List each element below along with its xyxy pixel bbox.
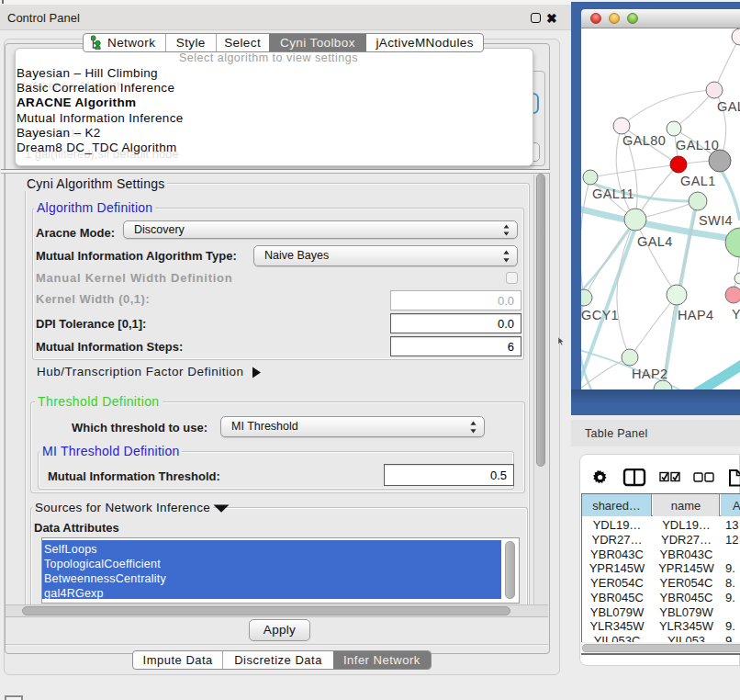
svg-text:GAL80: GAL80 bbox=[622, 133, 666, 148]
svg-text:Y: Y bbox=[732, 307, 740, 322]
svg-text:GAL11: GAL11 bbox=[592, 186, 634, 201]
svg-text:GAL10: GAL10 bbox=[676, 138, 719, 152]
svg-text:GAL7: GAL7 bbox=[717, 99, 740, 114]
svg-text:SWI4: SWI4 bbox=[699, 213, 733, 228]
svg-text:GAL4: GAL4 bbox=[637, 234, 673, 249]
svg-text:HAP2: HAP2 bbox=[632, 367, 667, 381]
svg-text:GCY1: GCY1 bbox=[581, 308, 619, 322]
svg-text:HAP4: HAP4 bbox=[678, 308, 713, 322]
svg-text:GAL1: GAL1 bbox=[680, 174, 716, 188]
